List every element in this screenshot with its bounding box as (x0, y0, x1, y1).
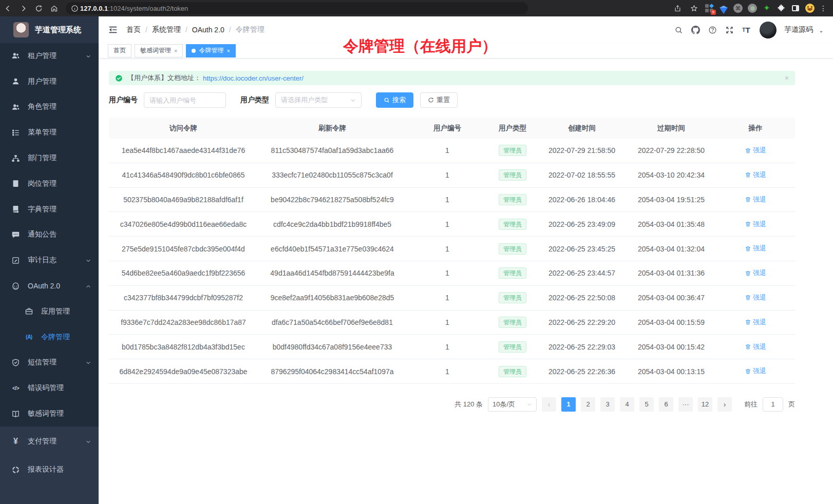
trash-icon (745, 245, 751, 252)
sidebar-item-user[interactable]: 用户管理 (0, 69, 99, 94)
address-bar[interactable]: 127.0.0.1:1024/system/oauth2/token (66, 2, 528, 14)
sidebar-item-oauth[interactable]: OAuth 2.0 (0, 273, 99, 299)
profile-avatar-emoji[interactable] (803, 3, 817, 14)
side-panel-icon[interactable] (789, 3, 802, 14)
sidebar-item-role[interactable]: 角色管理 (0, 94, 99, 120)
sidebar-item-token[interactable]: (A)令牌管理 (0, 324, 99, 350)
doc-link[interactable]: https://doc.iocoder.cn/user-center/ (203, 74, 304, 82)
browser-menu-icon[interactable]: ⋮ (818, 4, 829, 12)
search-icon[interactable] (672, 23, 685, 36)
expire-time-cell: 2054-03-04 00:15:42 (627, 343, 716, 351)
sidebar-item-label: 部门管理 (28, 153, 56, 163)
breadcrumb-home[interactable]: 首页 (126, 25, 141, 34)
sidebar-item-menu[interactable]: 菜单管理 (0, 120, 99, 145)
user-type-cell: 管理员 (488, 317, 537, 328)
user-type-select[interactable]: 请选择用户类型 (275, 92, 362, 108)
sidebar-item-code[interactable]: </>错误码管理 (0, 375, 99, 401)
breadcrumb-oauth[interactable]: OAuth 2.0 (192, 26, 224, 34)
sidebar-item-report[interactable]: 报表设计器 (0, 456, 99, 484)
close-icon[interactable]: × (226, 48, 230, 54)
home-icon[interactable] (46, 2, 62, 14)
oauth-icon (11, 282, 20, 290)
sidebar-item-post[interactable]: 岗位管理 (0, 171, 99, 197)
tab-首页[interactable]: 首页 (108, 44, 131, 57)
sidebar-item-app[interactable]: 应用管理 (0, 299, 99, 324)
sidebar-item-label: 应用管理 (41, 307, 70, 316)
site-info-icon[interactable] (69, 2, 80, 14)
reload-icon[interactable] (31, 2, 46, 14)
page-buttons: 123456···12 (561, 397, 712, 412)
more-pages-button[interactable]: ··· (678, 397, 693, 412)
search-button[interactable]: 搜索 (376, 92, 413, 108)
puzzle-extension-icon[interactable] (774, 3, 788, 14)
user-type-badge: 管理员 (499, 292, 526, 303)
sidebar-item-users[interactable]: 租户管理 (0, 43, 99, 69)
chevron-down-icon (350, 98, 356, 103)
page-button-12[interactable]: 12 (698, 397, 712, 412)
force-logout-button[interactable]: 强退 (745, 170, 766, 180)
tab-敏感词管理[interactable]: 敏感词管理× (135, 44, 183, 57)
reset-button[interactable]: 重置 (420, 92, 458, 108)
fullscreen-icon[interactable] (723, 23, 736, 36)
github-icon[interactable] (689, 23, 702, 36)
sidebar-fold-icon[interactable] (108, 25, 118, 35)
force-logout-button[interactable]: 强退 (745, 268, 766, 278)
force-logout-button[interactable]: 强退 (745, 195, 766, 204)
sidebar-item-pay[interactable]: ¥支付管理 (0, 428, 99, 456)
sidebar-item-log[interactable]: 审计日志 (0, 247, 99, 273)
user-id-cell: 1 (407, 318, 488, 326)
tab-令牌管理[interactable]: 令牌管理× (186, 44, 235, 57)
force-logout-button[interactable]: 强退 (745, 146, 766, 155)
force-logout-button[interactable]: 强退 (745, 366, 766, 376)
page-button-4[interactable]: 4 (620, 397, 634, 412)
force-logout-button[interactable]: 强退 (745, 293, 766, 302)
force-logout-button[interactable]: 强退 (745, 220, 766, 229)
logo-bar[interactable]: 芋道管理系统 (0, 16, 99, 43)
page-button-6[interactable]: 6 (659, 397, 673, 412)
force-logout-button[interactable]: 强退 (745, 342, 766, 352)
tab-label: 首页 (113, 46, 126, 55)
page-size-select[interactable]: 10条/页 (488, 397, 537, 412)
user-icon (11, 77, 20, 86)
help-icon[interactable] (706, 23, 719, 36)
close-icon[interactable]: × (785, 74, 789, 82)
sidebar-item-tree[interactable]: 部门管理 (0, 145, 99, 171)
user-name[interactable]: 芋道源码 (784, 25, 813, 34)
user-avatar[interactable] (760, 22, 777, 38)
page-button-5[interactable]: 5 (639, 397, 654, 412)
record-extension-icon[interactable] (746, 3, 759, 14)
sidebar-item-notice[interactable]: 通知公告 (0, 222, 99, 248)
force-logout-button[interactable]: 强退 (745, 244, 766, 253)
sidebar-item-sms[interactable]: 短信管理 (0, 350, 99, 376)
action-cell: 强退 (716, 293, 795, 303)
command-extension-icon[interactable]: ⌘ (731, 3, 745, 14)
page-button-1[interactable]: 1 (561, 397, 576, 412)
refresh-token-cell: 49d1aa46d1454fbd87591444423be9fa (258, 269, 407, 277)
page-button-3[interactable]: 3 (600, 397, 615, 412)
sidebar-item-dict[interactable]: 字典管理 (0, 197, 99, 222)
sidebar-item-book[interactable]: 敏感词管理 (0, 401, 99, 427)
close-icon[interactable]: × (174, 48, 177, 54)
role-icon (11, 103, 20, 111)
extension-grid-icon[interactable]: 9 (703, 3, 716, 14)
forward-icon[interactable] (15, 2, 31, 14)
user-id-input[interactable] (144, 92, 226, 108)
breadcrumb-system[interactable]: 系统管理 (152, 25, 181, 34)
prev-page-button[interactable]: ‹ (542, 397, 556, 412)
next-page-button[interactable]: › (717, 397, 732, 412)
bookmark-star-icon[interactable] (686, 2, 702, 14)
force-logout-button[interactable]: 强退 (745, 318, 766, 327)
font-size-icon[interactable]: TT (740, 23, 753, 36)
table-row: 275e5de9151045fe87cbdc395e004f4de6cfd40e… (109, 237, 795, 261)
refresh-token-cell: dfa6c71a50a54c66bef706ef9e6e8d81 (258, 318, 407, 326)
gem-extension-icon[interactable] (717, 3, 730, 14)
chevron-down-icon[interactable] (819, 27, 824, 32)
share-icon[interactable] (670, 2, 685, 14)
goto-page-input[interactable] (763, 397, 783, 412)
back-icon[interactable] (0, 2, 15, 14)
green-star-extension-icon[interactable]: ✦ (760, 3, 773, 14)
page-button-2[interactable]: 2 (581, 397, 595, 412)
sidebar-item-label: 角色管理 (28, 102, 56, 111)
url-path: :1024/system/oauth2/token (108, 5, 188, 12)
pagination: 共 120 条 10条/页 ‹ 123456···12 › 前往 页 (109, 397, 795, 412)
